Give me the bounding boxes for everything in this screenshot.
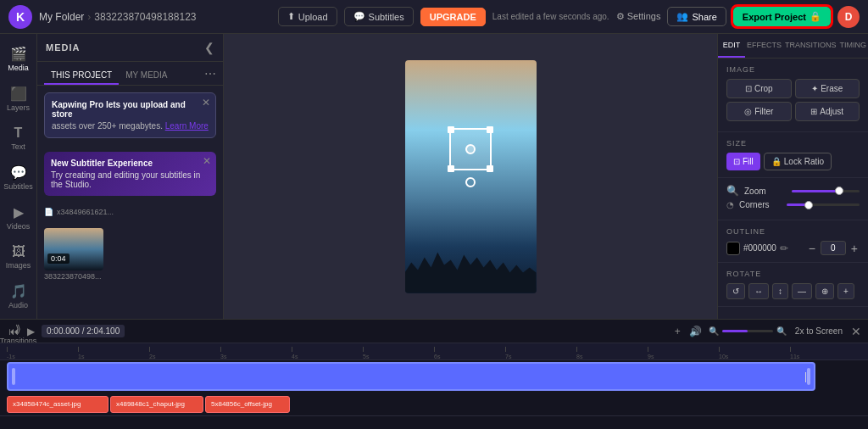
- outline-plus-button[interactable]: +: [849, 242, 860, 255]
- sidebar-item-media[interactable]: 🎬 Media: [2, 41, 36, 77]
- notification-title: Kapwing Pro lets you upload and store: [52, 100, 209, 119]
- sidebar-item-videos[interactable]: ▶ Videos: [2, 199, 36, 236]
- outline-value-input[interactable]: [821, 241, 846, 255]
- upgrade-button[interactable]: UPGRADE: [420, 8, 486, 26]
- corners-row: ◔ Corners: [726, 200, 860, 209]
- thumbnail-preview: [44, 228, 103, 270]
- media-thumbnail[interactable]: 0:04 383223870498...: [44, 228, 216, 281]
- zoom-row: 🔍 Zoom: [726, 185, 860, 197]
- subtitler-notification-text: Try creating and editing your subtitles …: [51, 170, 209, 189]
- corner-handle-br[interactable]: [487, 165, 493, 172]
- upload-button[interactable]: ⬆ Upload: [278, 7, 337, 26]
- lock-ratio-button[interactable]: 🔒 Lock Ratio: [764, 153, 832, 170]
- subtitles-sidebar-icon: 💬: [10, 164, 27, 181]
- gear-icon: ⚙: [616, 11, 625, 21]
- share-button[interactable]: 👥 Share: [667, 7, 726, 26]
- corner-handle-tr[interactable]: [487, 126, 493, 133]
- track-right-handle[interactable]: [807, 368, 810, 385]
- sidebar-item-images[interactable]: 🖼 Images: [2, 239, 36, 275]
- corner-handle-tl[interactable]: [448, 126, 454, 133]
- track-clip-3[interactable]: 5x84856c_offset-jpg: [205, 396, 290, 413]
- tab-transitions[interactable]: TRANSITIONS: [783, 34, 838, 58]
- media-tabs: THIS PROJECT MY MEDIA ⋯: [37, 62, 223, 86]
- crop-button[interactable]: ⊡ Crop: [726, 79, 792, 98]
- breadcrumb: My Folder › 383223870498188123: [39, 11, 196, 23]
- tab-more-button[interactable]: ⋯: [204, 67, 216, 85]
- tab-my-media[interactable]: MY MEDIA: [119, 67, 174, 85]
- flip-v-button[interactable]: ↕: [772, 283, 788, 299]
- canvas-frame: [405, 60, 537, 293]
- subtitler-notification-title: New Subtitler Experience: [51, 159, 209, 168]
- erase-icon: ✦: [811, 84, 818, 93]
- outline-section-title: OUTLINE: [726, 227, 860, 236]
- sidebar-item-text[interactable]: T Text: [2, 120, 36, 156]
- sidebar-item-audio[interactable]: 🎵 Audio: [2, 278, 36, 315]
- filter-button[interactable]: ◎ Filter: [726, 102, 792, 121]
- outline-minus-button[interactable]: −: [807, 242, 817, 255]
- rotate-plus-button[interactable]: +: [837, 283, 854, 299]
- pro-notification-banner: ✕ Kapwing Pro lets you upload and store …: [44, 92, 216, 138]
- corner-handle-bl[interactable]: [448, 165, 454, 172]
- subtitles-button[interactable]: 💬 Subtitles: [344, 7, 414, 26]
- export-icon: 🔒: [810, 11, 821, 22]
- tl-add-track-button[interactable]: +: [673, 324, 682, 339]
- lock-icon: 🔒: [771, 157, 782, 166]
- tl-volume-button[interactable]: 🔊: [687, 324, 704, 339]
- flip-h-button[interactable]: ↔: [748, 283, 769, 299]
- size-section-title: SIZE: [726, 139, 860, 148]
- close-notification-button[interactable]: ✕: [202, 97, 210, 109]
- rotate-ccw-button[interactable]: ↺: [726, 283, 745, 299]
- center-handle[interactable]: [465, 144, 476, 154]
- erase-button[interactable]: ✦ Erase: [795, 79, 860, 98]
- file-item[interactable]: 📄 x34849661621...: [37, 203, 223, 221]
- rotate-center-button[interactable]: ⊕: [815, 283, 834, 299]
- size-buttons: ⊡ Fill 🔒 Lock Ratio: [726, 153, 860, 170]
- active-track-bar[interactable]: |: [7, 362, 815, 391]
- corners-icon: ◔: [726, 200, 734, 209]
- topbar: K My Folder › 383223870498188123 ⬆ Uploa…: [0, 0, 868, 34]
- corners-slider[interactable]: [787, 203, 860, 206]
- sidebar-item-subtitles[interactable]: 💬 Subtitles: [2, 159, 36, 196]
- pen-icon[interactable]: ✏: [780, 242, 788, 254]
- tab-timing[interactable]: TIMING: [838, 34, 869, 58]
- timeline-zoom-slider[interactable]: [722, 330, 773, 332]
- close-subtitler-notification-button[interactable]: ✕: [203, 155, 211, 167]
- folder-name[interactable]: My Folder: [39, 11, 84, 23]
- app-logo: K: [8, 5, 32, 29]
- tab-effects[interactable]: EFFECTS: [745, 34, 783, 58]
- tab-this-project[interactable]: THIS PROJECT: [44, 67, 119, 85]
- text-icon: T: [14, 125, 23, 141]
- tree-silhouette: [405, 242, 537, 293]
- collapse-panel-button[interactable]: ❮: [204, 41, 214, 54]
- zoom-slider[interactable]: [792, 190, 860, 192]
- canvas-area[interactable]: [224, 34, 717, 319]
- zoom-icon: 🔍: [726, 185, 739, 197]
- selection-box[interactable]: [449, 128, 492, 170]
- track-clip-2[interactable]: x489848c1_chaput-jpg: [110, 396, 203, 413]
- settings-link[interactable]: ⚙ Settings: [616, 11, 661, 22]
- avatar[interactable]: D: [837, 6, 860, 28]
- tl-play-button[interactable]: ▶: [25, 324, 36, 339]
- learn-more-link[interactable]: Learn More: [165, 121, 209, 131]
- fill-button[interactable]: ⊡ Fill: [726, 153, 760, 170]
- outline-color-swatch[interactable]: [726, 242, 740, 255]
- subtitler-notification-banner: ✕ New Subtitler Experience Try creating …: [44, 152, 216, 196]
- tl-skip-back-button[interactable]: ⏮: [7, 324, 20, 339]
- export-button[interactable]: Export Project 🔒: [733, 7, 831, 26]
- track-left-handle[interactable]: [12, 368, 15, 385]
- sidebar-item-layers[interactable]: ⬛ Layers: [2, 81, 36, 117]
- rotate-handle[interactable]: [465, 177, 476, 187]
- rotate-section: ROTATE ↺ ↔ ↕ — ⊕ +: [718, 263, 868, 307]
- outline-color-value: #000000: [743, 243, 776, 253]
- right-panel-tabs: EDIT EFFECTS TRANSITIONS TIMING: [718, 34, 868, 58]
- track-clip-1[interactable]: x34858474c_asset-jpg: [7, 396, 108, 413]
- rotate-minus-button[interactable]: —: [792, 283, 812, 299]
- timeline-controls: ⏮ ▶ 0:00.000 / 2:04.100 + 🔊 🔍 🔍 2x to Sc…: [0, 320, 868, 343]
- fit-to-screen-label[interactable]: 2x to Screen: [792, 326, 846, 336]
- tab-edit[interactable]: EDIT: [718, 34, 745, 58]
- media-panel-header: MEDIA ❮: [37, 34, 223, 62]
- timeline-close-button[interactable]: ✕: [851, 325, 861, 338]
- adjust-button[interactable]: ⊞ Adjust: [795, 102, 860, 121]
- transform-handle[interactable]: [449, 128, 492, 170]
- size-section: SIZE ⊡ Fill 🔒 Lock Ratio: [718, 132, 868, 178]
